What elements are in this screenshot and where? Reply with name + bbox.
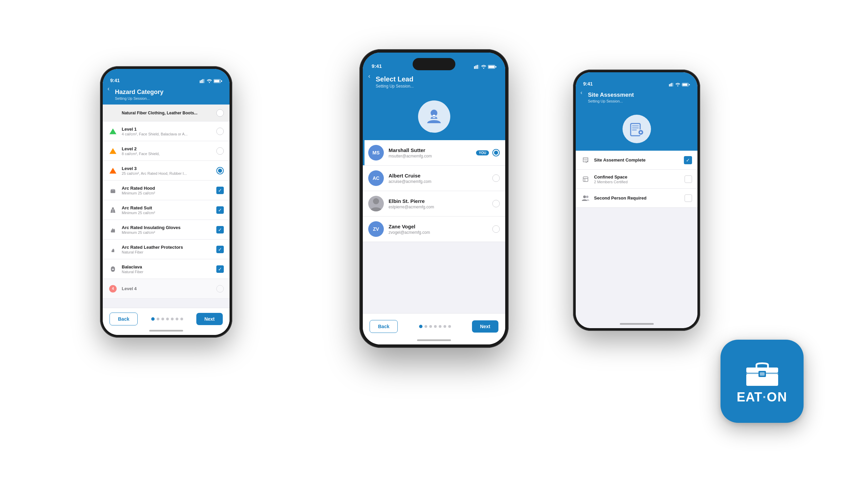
- svg-rect-29: [670, 83, 671, 87]
- hazard-item-level3[interactable]: Level 3 25 cal/cm², Arc Rated Hood, Rubb…: [103, 161, 230, 181]
- elbin-radio[interactable]: [492, 200, 500, 207]
- svg-rect-54: [760, 372, 765, 376]
- svg-rect-0: [200, 80, 201, 83]
- second-person-title: Second Person Required: [594, 195, 685, 201]
- phone-center: 9:41 ‹ Select Lead Setting Up Session...: [359, 49, 509, 348]
- marshall-name: Marshall Sutter: [389, 147, 476, 153]
- hazard-item-arc-hood[interactable]: Arc Rated Hood Minimum 25 cal/cm² ✓: [103, 181, 230, 200]
- svg-point-49: [586, 195, 589, 198]
- zane-radio[interactable]: [492, 225, 500, 233]
- marshall-email: msutter@acmemfg.com: [389, 154, 476, 158]
- dot-7: [180, 318, 183, 320]
- center-back-button[interactable]: Back: [370, 320, 398, 333]
- site-icon-circle: [623, 115, 651, 143]
- right-header-subtitle: Setting Up Session...: [588, 99, 691, 103]
- cdot-2: [425, 325, 427, 328]
- center-dots: [419, 325, 451, 328]
- svg-rect-2: [202, 79, 203, 83]
- center-header-title: Select Lead: [376, 75, 498, 83]
- svg-rect-18: [477, 65, 478, 69]
- dot-2: [157, 318, 159, 320]
- elbin-email: estpierre@acmemfg.com: [389, 205, 492, 209]
- lead-avatar-area: [363, 93, 505, 140]
- lead-item-zane[interactable]: ZV Zane Vogel zvogel@acmemfg.com: [363, 217, 505, 242]
- hazard-item-arc-gloves[interactable]: Arc Rated Insulating Gloves Minimum 25 c…: [103, 220, 230, 240]
- hazard-item-natural-fiber[interactable]: Natural Fiber Clothing, Leather Boots...: [103, 105, 230, 121]
- left-back-button[interactable]: Back: [110, 313, 138, 325]
- phone-right: 9:41 ‹ Site Assessment Setting Up Sessio…: [573, 70, 700, 331]
- phone-right-screen: 9:41 ‹ Site Assessment Setting Up Sessio…: [576, 72, 697, 328]
- phone-left: 9:41 ‹ Hazard Category Setting Up Sessio…: [100, 66, 232, 338]
- elbin-name: Elbin St. Pierre: [389, 198, 492, 204]
- albert-info: Albert Cruise acruise@acmemfg.com: [389, 173, 492, 184]
- svg-rect-6: [214, 80, 220, 82]
- svg-rect-37: [632, 126, 639, 126]
- phone-center-screen: 9:41 ‹ Select Lead Setting Up Session...: [363, 53, 505, 344]
- left-next-button[interactable]: Next: [196, 313, 223, 325]
- site-item-confined-icon: [581, 175, 590, 184]
- svg-rect-35: [689, 84, 690, 86]
- hazard-item-balaclava[interactable]: Balaclava Natural Fiber ✓: [103, 259, 230, 279]
- zane-avatar: ZV: [368, 221, 384, 237]
- site-complete-checkbox[interactable]: ✓: [684, 156, 692, 164]
- svg-rect-13: [112, 250, 112, 252]
- marshall-avatar: MS: [368, 145, 384, 161]
- site-list: Site Assement Complete ✓: [576, 151, 697, 328]
- left-header-subtitle: Setting Up Session...: [115, 96, 223, 100]
- cdot-7: [448, 325, 451, 328]
- lead-item-marshall[interactable]: MS Marshall Sutter msutter@acmemfg.com Y…: [363, 140, 505, 166]
- hazard-item-level1[interactable]: Level 1 4 cal/cm², Face Shield, Balaclav…: [103, 121, 230, 141]
- site-icon-area: [576, 107, 697, 151]
- svg-point-20: [483, 68, 484, 69]
- cdot-1: [419, 325, 422, 328]
- dot-6: [176, 318, 178, 320]
- svg-rect-19: [478, 65, 479, 69]
- site-complete-info: Site Assement Complete: [594, 157, 684, 163]
- lead-item-albert[interactable]: AC Albert Cruise acruise@acmemfg.com: [363, 166, 505, 191]
- svg-point-32: [677, 86, 678, 87]
- left-dots: [151, 317, 183, 321]
- confined-checkbox[interactable]: [685, 175, 692, 183]
- svg-rect-17: [475, 65, 476, 69]
- hazard-item-level4[interactable]: 4 Level 4: [103, 279, 230, 299]
- site-item-second-person[interactable]: Second Person Required: [576, 189, 697, 208]
- svg-rect-16: [474, 66, 475, 69]
- site-item-complete[interactable]: Site Assement Complete ✓: [576, 151, 697, 170]
- left-header-title: Hazard Category: [115, 89, 223, 96]
- svg-point-27: [373, 198, 379, 204]
- you-badge: YOU: [476, 150, 489, 155]
- albert-radio[interactable]: [492, 174, 500, 182]
- center-header-subtitle: Setting Up Session...: [376, 84, 498, 89]
- confined-title: Confined Space: [594, 174, 685, 180]
- confined-subtitle: 2 Members Certified: [594, 180, 685, 184]
- svg-rect-8: [111, 190, 115, 193]
- time-center: 9:41: [372, 63, 382, 69]
- eaton-brand-text: EAT·ON: [737, 390, 788, 405]
- zane-info: Zane Vogel zvogel@acmemfg.com: [389, 224, 492, 235]
- hazard-item-arc-protectors[interactable]: Arc Rated Leather Protectors Natural Fib…: [103, 240, 230, 259]
- svg-rect-31: [673, 83, 674, 87]
- center-next-button[interactable]: Next: [472, 320, 498, 333]
- scene: 9:41 ‹ Hazard Category Setting Up Sessio…: [0, 0, 868, 489]
- dot-4: [166, 318, 169, 320]
- site-item-confined[interactable]: Confined Space 2 Members Certified: [576, 170, 697, 189]
- svg-rect-7: [221, 80, 222, 82]
- home-indicator-left: [149, 330, 183, 332]
- eaton-app-icon[interactable]: EAT·ON: [721, 340, 804, 423]
- right-header-title: Site Assessment: [588, 92, 691, 98]
- marshall-radio[interactable]: [492, 149, 500, 156]
- hazard-item-level2[interactable]: Level 2 8 cal/cm², Face Shield,: [103, 141, 230, 161]
- cdot-6: [443, 325, 446, 328]
- hazard-list: Natural Fiber Clothing, Leather Boots...…: [103, 105, 230, 308]
- second-person-checkbox[interactable]: [685, 194, 692, 202]
- lead-item-elbin[interactable]: Elbin St. Pierre estpierre@acmemfg.com: [363, 191, 505, 217]
- svg-point-4: [209, 82, 210, 83]
- hazard-item-arc-suit[interactable]: Arc Rated Suit Minimum 25 cal/cm² ✓: [103, 200, 230, 220]
- svg-point-48: [583, 195, 586, 198]
- svg-point-10: [112, 207, 114, 209]
- confined-info: Confined Space 2 Members Certified: [594, 174, 685, 184]
- zane-email: zvogel@acmemfg.com: [389, 230, 492, 235]
- time-left: 9:41: [110, 78, 120, 83]
- dot-5: [171, 318, 174, 320]
- albert-email: acruise@acmemfg.com: [389, 179, 492, 184]
